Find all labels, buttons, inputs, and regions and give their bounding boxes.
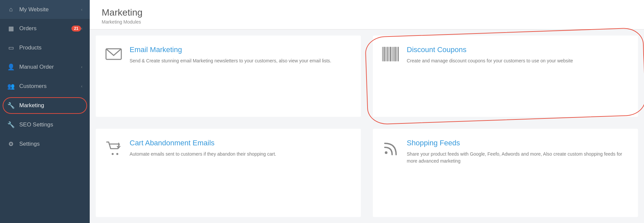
sidebar-item-label: Settings [19, 141, 82, 147]
sidebar-item-orders[interactable]: ▦ Orders 21 ‹ [0, 19, 90, 38]
shopping-feeds-info: Shopping Feeds Share your product feeds … [407, 139, 629, 165]
email-marketing-info: Email Marketing Send & Create stunning e… [130, 45, 352, 65]
cart-abandonment-info: Cart Abandonment Emails Automate emails … [130, 139, 352, 158]
page-subtitle: Marketing Modules [102, 19, 632, 25]
sidebar-item-label: Products [19, 44, 82, 51]
cart-abandonment-desc: Automate emails sent to customers if the… [130, 151, 352, 158]
sidebar-item-label: Orders [19, 25, 69, 32]
sidebar-item-products[interactable]: ▭ Products [0, 38, 90, 57]
orders-icon: ▦ [7, 25, 15, 32]
wrench-icon: 🔧 [7, 102, 15, 109]
email-marketing-card[interactable]: Email Marketing Send & Create stunning e… [96, 36, 361, 117]
sidebar-item-manual-order[interactable]: 👤 Manual Order ‹ [0, 57, 90, 77]
sidebar-item-customers[interactable]: 👥 Customers ‹ [0, 77, 90, 96]
svg-point-2 [116, 153, 118, 155]
sidebar-item-label: My Website [19, 6, 81, 13]
page-header: Marketing Marketing Modules [90, 0, 644, 30]
chevron-icon: ‹ [81, 65, 82, 69]
cart-abandonment-card[interactable]: Cart Abandonment Emails Automate emails … [96, 129, 361, 217]
discount-coupons-desc: Create and manage discount coupons for y… [407, 57, 629, 65]
sidebar-item-label: Customers [19, 83, 81, 90]
email-marketing-desc: Send & Create stunning email Marketing n… [130, 57, 352, 65]
sidebar-item-settings[interactable]: ⚙ Settings [0, 134, 90, 154]
discount-coupons-info: Discount Coupons Create and manage disco… [407, 45, 629, 65]
manual-order-icon: 👤 [7, 63, 15, 71]
products-icon: ▭ [7, 44, 15, 51]
sidebar: ⌂ My Website ‹ ▦ Orders 21 ‹ ▭ Products … [0, 0, 90, 223]
cart-abandonment-title: Cart Abandonment Emails [130, 139, 352, 147]
svg-point-4 [385, 151, 387, 154]
sidebar-item-label: Marketing [19, 102, 82, 109]
orders-badge: 21 [71, 26, 81, 32]
modules-grid: Email Marketing Send & Create stunning e… [90, 30, 644, 223]
seo-icon: 🔧 [7, 121, 15, 128]
barcode-icon [382, 47, 399, 61]
discount-coupons-card[interactable]: Discount Coupons Create and manage disco… [373, 36, 638, 117]
page-title: Marketing [102, 7, 632, 18]
chevron-icon: ‹ [81, 26, 82, 31]
shopping-feeds-card[interactable]: Shopping Feeds Share your product feeds … [373, 129, 638, 217]
rss-icon [382, 140, 399, 159]
discount-coupons-highlight [365, 27, 644, 125]
chevron-icon: ‹ [81, 84, 82, 89]
main-content: Marketing Marketing Modules Email Market… [90, 0, 644, 223]
customers-icon: 👥 [7, 83, 15, 90]
home-icon: ⌂ [7, 6, 15, 13]
sidebar-item-label: SEO Settings [19, 121, 82, 128]
sidebar-item-seo-settings[interactable]: 🔧 SEO Settings [0, 115, 90, 134]
settings-icon: ⚙ [7, 140, 15, 148]
sidebar-item-marketing[interactable]: 🔧 Marketing [0, 96, 90, 115]
chevron-icon: ‹ [81, 7, 82, 12]
email-marketing-title: Email Marketing [130, 45, 352, 54]
sidebar-item-label: Manual Order [19, 64, 81, 70]
svg-point-1 [112, 153, 114, 155]
discount-coupons-title: Discount Coupons [407, 45, 629, 54]
shopping-feeds-desc: Share your product feeds with Google, Fe… [407, 151, 629, 165]
envelope-icon [105, 47, 122, 64]
shopping-feeds-title: Shopping Feeds [407, 139, 629, 147]
cart-icon [105, 140, 122, 159]
sidebar-item-my-website[interactable]: ⌂ My Website ‹ [0, 0, 90, 19]
